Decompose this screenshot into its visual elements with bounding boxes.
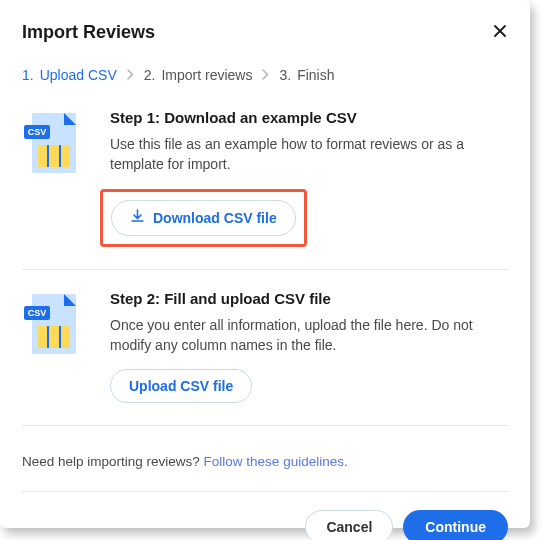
stepper: 1. Upload CSV 2. Import reviews 3. Finis…	[22, 67, 508, 83]
download-icon	[130, 209, 145, 227]
step-label: Upload CSV	[40, 67, 117, 83]
chevron-right-icon	[127, 67, 134, 83]
stepper-step-import-reviews[interactable]: 2. Import reviews	[144, 67, 253, 83]
csv-file-icon: CSV	[22, 109, 86, 247]
csv-file-icon: CSV	[22, 290, 86, 404]
modal-title: Import Reviews	[22, 22, 155, 43]
step2-title: Step 2: Fill and upload CSV file	[110, 290, 508, 307]
svg-text:CSV: CSV	[28, 308, 47, 318]
step1-description: Use this file as an example how to forma…	[110, 134, 508, 175]
step1-title: Step 1: Download an example CSV	[110, 109, 508, 126]
help-row: Need help importing reviews? Follow thes…	[22, 446, 508, 492]
help-guidelines-link[interactable]: Follow these guidelines.	[204, 454, 348, 469]
download-csv-button[interactable]: Download CSV file	[111, 200, 296, 236]
download-button-highlight: Download CSV file	[100, 189, 307, 247]
step1-section: CSV Step 1: Download an example CSV Use …	[22, 109, 508, 270]
help-text: Need help importing reviews?	[22, 454, 204, 469]
upload-csv-label: Upload CSV file	[129, 378, 233, 394]
close-icon[interactable]	[492, 23, 508, 43]
import-reviews-modal: Import Reviews 1. Upload CSV 2. Import r…	[0, 0, 530, 528]
modal-header: Import Reviews	[22, 22, 508, 43]
step2-description: Once you enter all information, upload t…	[110, 315, 508, 356]
chevron-right-icon	[262, 67, 269, 83]
continue-button[interactable]: Continue	[403, 510, 508, 540]
step-number: 3.	[279, 67, 291, 83]
svg-rect-9	[38, 326, 70, 348]
step1-content: Step 1: Download an example CSV Use this…	[110, 109, 508, 247]
step-number: 1.	[22, 67, 34, 83]
step-label: Finish	[297, 67, 334, 83]
step-number: 2.	[144, 67, 156, 83]
modal-footer: Cancel Continue	[22, 510, 508, 540]
cancel-button[interactable]: Cancel	[305, 510, 393, 540]
stepper-step-upload-csv[interactable]: 1. Upload CSV	[22, 67, 117, 83]
stepper-step-finish[interactable]: 3. Finish	[279, 67, 334, 83]
step2-content: Step 2: Fill and upload CSV file Once yo…	[110, 290, 508, 404]
svg-rect-3	[38, 145, 70, 167]
step2-section: CSV Step 2: Fill and upload CSV file Onc…	[22, 290, 508, 427]
svg-text:CSV: CSV	[28, 127, 47, 137]
step-label: Import reviews	[161, 67, 252, 83]
upload-csv-button[interactable]: Upload CSV file	[110, 369, 252, 403]
download-csv-label: Download CSV file	[153, 210, 277, 226]
